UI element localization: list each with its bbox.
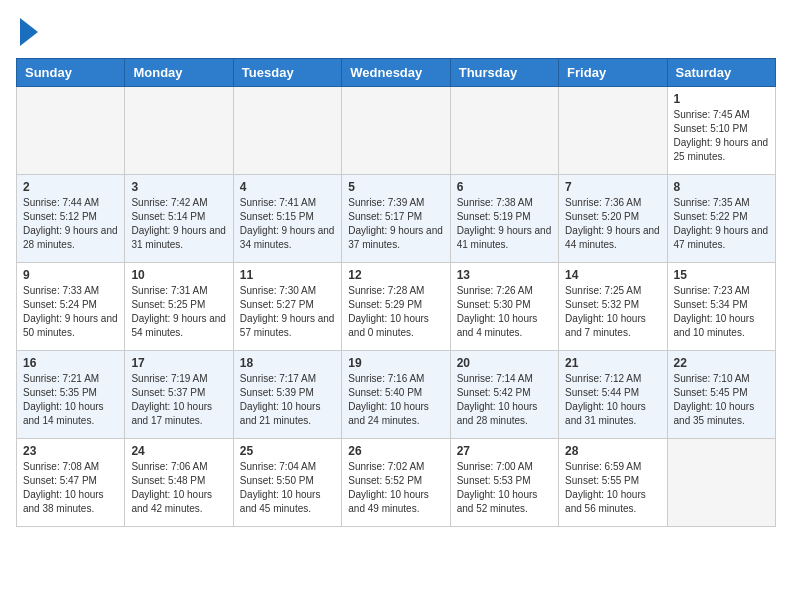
day-number: 4 — [240, 180, 335, 194]
calendar-week-row: 9Sunrise: 7:33 AM Sunset: 5:24 PM Daylig… — [17, 263, 776, 351]
calendar-cell: 28Sunrise: 6:59 AM Sunset: 5:55 PM Dayli… — [559, 439, 667, 527]
calendar-cell: 6Sunrise: 7:38 AM Sunset: 5:19 PM Daylig… — [450, 175, 558, 263]
logo — [16, 16, 38, 46]
calendar-cell — [450, 87, 558, 175]
day-number: 24 — [131, 444, 226, 458]
calendar-cell: 24Sunrise: 7:06 AM Sunset: 5:48 PM Dayli… — [125, 439, 233, 527]
calendar-cell: 25Sunrise: 7:04 AM Sunset: 5:50 PM Dayli… — [233, 439, 341, 527]
day-info: Sunrise: 6:59 AM Sunset: 5:55 PM Dayligh… — [565, 460, 660, 516]
calendar-cell: 3Sunrise: 7:42 AM Sunset: 5:14 PM Daylig… — [125, 175, 233, 263]
day-number: 23 — [23, 444, 118, 458]
calendar-cell — [559, 87, 667, 175]
day-info: Sunrise: 7:33 AM Sunset: 5:24 PM Dayligh… — [23, 284, 118, 340]
calendar-cell: 14Sunrise: 7:25 AM Sunset: 5:32 PM Dayli… — [559, 263, 667, 351]
day-info: Sunrise: 7:10 AM Sunset: 5:45 PM Dayligh… — [674, 372, 769, 428]
day-info: Sunrise: 7:23 AM Sunset: 5:34 PM Dayligh… — [674, 284, 769, 340]
calendar-week-row: 1Sunrise: 7:45 AM Sunset: 5:10 PM Daylig… — [17, 87, 776, 175]
day-number: 20 — [457, 356, 552, 370]
day-number: 22 — [674, 356, 769, 370]
calendar-cell: 12Sunrise: 7:28 AM Sunset: 5:29 PM Dayli… — [342, 263, 450, 351]
day-info: Sunrise: 7:19 AM Sunset: 5:37 PM Dayligh… — [131, 372, 226, 428]
calendar-cell: 7Sunrise: 7:36 AM Sunset: 5:20 PM Daylig… — [559, 175, 667, 263]
calendar-cell: 13Sunrise: 7:26 AM Sunset: 5:30 PM Dayli… — [450, 263, 558, 351]
day-info: Sunrise: 7:16 AM Sunset: 5:40 PM Dayligh… — [348, 372, 443, 428]
day-info: Sunrise: 7:42 AM Sunset: 5:14 PM Dayligh… — [131, 196, 226, 252]
day-info: Sunrise: 7:28 AM Sunset: 5:29 PM Dayligh… — [348, 284, 443, 340]
day-number: 1 — [674, 92, 769, 106]
calendar-cell: 10Sunrise: 7:31 AM Sunset: 5:25 PM Dayli… — [125, 263, 233, 351]
calendar-cell: 11Sunrise: 7:30 AM Sunset: 5:27 PM Dayli… — [233, 263, 341, 351]
day-info: Sunrise: 7:08 AM Sunset: 5:47 PM Dayligh… — [23, 460, 118, 516]
day-info: Sunrise: 7:36 AM Sunset: 5:20 PM Dayligh… — [565, 196, 660, 252]
calendar-cell: 20Sunrise: 7:14 AM Sunset: 5:42 PM Dayli… — [450, 351, 558, 439]
day-info: Sunrise: 7:14 AM Sunset: 5:42 PM Dayligh… — [457, 372, 552, 428]
day-number: 19 — [348, 356, 443, 370]
weekday-header-monday: Monday — [125, 59, 233, 87]
calendar-cell: 23Sunrise: 7:08 AM Sunset: 5:47 PM Dayli… — [17, 439, 125, 527]
calendar-cell: 18Sunrise: 7:17 AM Sunset: 5:39 PM Dayli… — [233, 351, 341, 439]
calendar-cell — [125, 87, 233, 175]
day-number: 6 — [457, 180, 552, 194]
calendar-cell: 9Sunrise: 7:33 AM Sunset: 5:24 PM Daylig… — [17, 263, 125, 351]
calendar-cell: 27Sunrise: 7:00 AM Sunset: 5:53 PM Dayli… — [450, 439, 558, 527]
day-info: Sunrise: 7:12 AM Sunset: 5:44 PM Dayligh… — [565, 372, 660, 428]
day-info: Sunrise: 7:25 AM Sunset: 5:32 PM Dayligh… — [565, 284, 660, 340]
day-info: Sunrise: 7:26 AM Sunset: 5:30 PM Dayligh… — [457, 284, 552, 340]
day-number: 10 — [131, 268, 226, 282]
day-info: Sunrise: 7:41 AM Sunset: 5:15 PM Dayligh… — [240, 196, 335, 252]
calendar-cell: 5Sunrise: 7:39 AM Sunset: 5:17 PM Daylig… — [342, 175, 450, 263]
calendar-cell: 15Sunrise: 7:23 AM Sunset: 5:34 PM Dayli… — [667, 263, 775, 351]
calendar-cell: 1Sunrise: 7:45 AM Sunset: 5:10 PM Daylig… — [667, 87, 775, 175]
calendar-cell: 26Sunrise: 7:02 AM Sunset: 5:52 PM Dayli… — [342, 439, 450, 527]
day-number: 26 — [348, 444, 443, 458]
calendar-cell — [342, 87, 450, 175]
day-number: 28 — [565, 444, 660, 458]
day-info: Sunrise: 7:39 AM Sunset: 5:17 PM Dayligh… — [348, 196, 443, 252]
calendar-cell: 17Sunrise: 7:19 AM Sunset: 5:37 PM Dayli… — [125, 351, 233, 439]
day-info: Sunrise: 7:00 AM Sunset: 5:53 PM Dayligh… — [457, 460, 552, 516]
day-number: 13 — [457, 268, 552, 282]
calendar-cell — [667, 439, 775, 527]
day-number: 27 — [457, 444, 552, 458]
weekday-header-wednesday: Wednesday — [342, 59, 450, 87]
day-number: 15 — [674, 268, 769, 282]
weekday-header-sunday: Sunday — [17, 59, 125, 87]
day-number: 14 — [565, 268, 660, 282]
weekday-header-tuesday: Tuesday — [233, 59, 341, 87]
calendar-cell: 21Sunrise: 7:12 AM Sunset: 5:44 PM Dayli… — [559, 351, 667, 439]
day-info: Sunrise: 7:44 AM Sunset: 5:12 PM Dayligh… — [23, 196, 118, 252]
calendar-week-row: 2Sunrise: 7:44 AM Sunset: 5:12 PM Daylig… — [17, 175, 776, 263]
logo-arrow-icon — [20, 18, 38, 46]
day-info: Sunrise: 7:45 AM Sunset: 5:10 PM Dayligh… — [674, 108, 769, 164]
day-info: Sunrise: 7:31 AM Sunset: 5:25 PM Dayligh… — [131, 284, 226, 340]
day-number: 18 — [240, 356, 335, 370]
calendar-cell: 2Sunrise: 7:44 AM Sunset: 5:12 PM Daylig… — [17, 175, 125, 263]
weekday-header-thursday: Thursday — [450, 59, 558, 87]
calendar-cell — [233, 87, 341, 175]
day-info: Sunrise: 7:04 AM Sunset: 5:50 PM Dayligh… — [240, 460, 335, 516]
calendar-week-row: 23Sunrise: 7:08 AM Sunset: 5:47 PM Dayli… — [17, 439, 776, 527]
day-number: 17 — [131, 356, 226, 370]
calendar-cell: 8Sunrise: 7:35 AM Sunset: 5:22 PM Daylig… — [667, 175, 775, 263]
calendar-cell: 19Sunrise: 7:16 AM Sunset: 5:40 PM Dayli… — [342, 351, 450, 439]
weekday-header-friday: Friday — [559, 59, 667, 87]
day-info: Sunrise: 7:35 AM Sunset: 5:22 PM Dayligh… — [674, 196, 769, 252]
day-info: Sunrise: 7:21 AM Sunset: 5:35 PM Dayligh… — [23, 372, 118, 428]
day-info: Sunrise: 7:06 AM Sunset: 5:48 PM Dayligh… — [131, 460, 226, 516]
calendar-cell: 4Sunrise: 7:41 AM Sunset: 5:15 PM Daylig… — [233, 175, 341, 263]
day-number: 5 — [348, 180, 443, 194]
day-number: 11 — [240, 268, 335, 282]
day-number: 7 — [565, 180, 660, 194]
day-number: 21 — [565, 356, 660, 370]
day-number: 25 — [240, 444, 335, 458]
day-number: 8 — [674, 180, 769, 194]
day-info: Sunrise: 7:30 AM Sunset: 5:27 PM Dayligh… — [240, 284, 335, 340]
day-info: Sunrise: 7:17 AM Sunset: 5:39 PM Dayligh… — [240, 372, 335, 428]
calendar-cell: 16Sunrise: 7:21 AM Sunset: 5:35 PM Dayli… — [17, 351, 125, 439]
day-info: Sunrise: 7:02 AM Sunset: 5:52 PM Dayligh… — [348, 460, 443, 516]
day-number: 16 — [23, 356, 118, 370]
day-number: 2 — [23, 180, 118, 194]
day-number: 3 — [131, 180, 226, 194]
day-number: 12 — [348, 268, 443, 282]
calendar-cell — [17, 87, 125, 175]
